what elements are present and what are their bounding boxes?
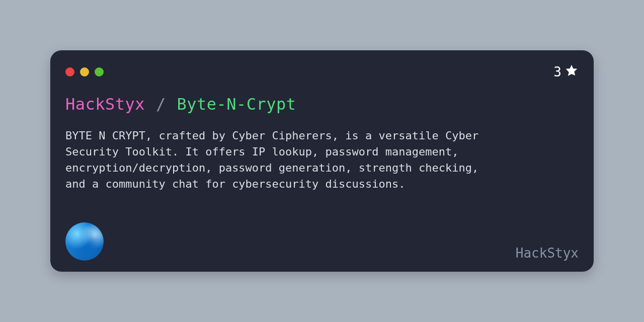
card-footer: HackStyx	[65, 222, 579, 261]
maximize-icon[interactable]	[95, 67, 104, 76]
minimize-icon[interactable]	[80, 67, 89, 76]
window-titlebar: 3	[65, 63, 579, 80]
repo-title: HackStyx / Byte-N-Crypt	[65, 95, 579, 114]
username[interactable]: HackStyx	[516, 246, 579, 261]
repo-sep: /	[155, 95, 167, 114]
repo-description: BYTE N CRYPT, crafted by Cyber Cipherers…	[65, 128, 498, 192]
repo-name[interactable]: Byte-N-Crypt	[177, 95, 296, 114]
repo-card: 3 HackStyx / Byte-N-Crypt BYTE N CRYPT, …	[50, 50, 594, 272]
star-count-wrapper[interactable]: 3	[553, 63, 579, 80]
star-icon	[565, 63, 579, 80]
star-count: 3	[553, 64, 561, 79]
close-icon[interactable]	[65, 67, 74, 76]
repo-owner[interactable]: HackStyx	[65, 95, 145, 114]
avatar[interactable]	[65, 222, 104, 261]
traffic-lights	[65, 67, 104, 76]
